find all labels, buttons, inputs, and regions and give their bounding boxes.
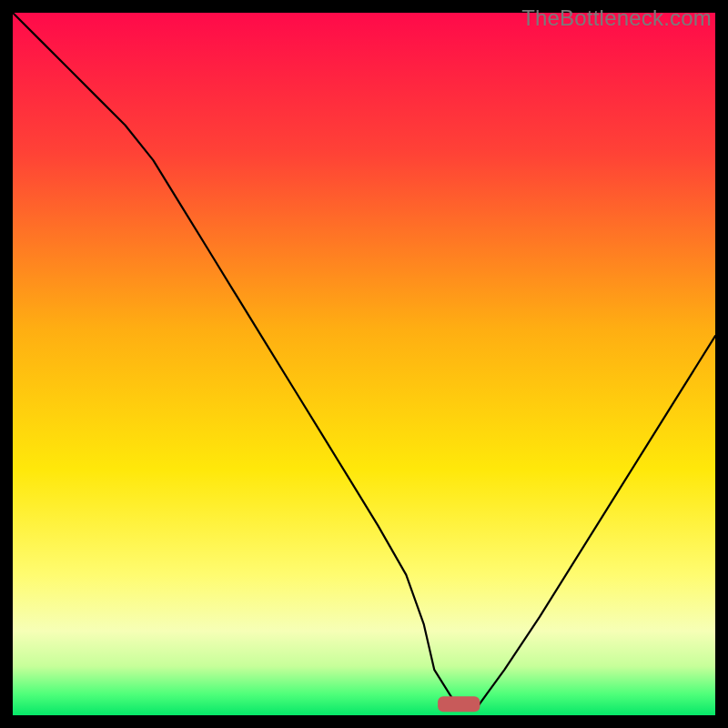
watermark-text: TheBottleneck.com [521, 5, 712, 31]
chart-frame [13, 13, 715, 715]
optimum-marker [438, 696, 480, 712]
bottleneck-chart [13, 13, 715, 715]
